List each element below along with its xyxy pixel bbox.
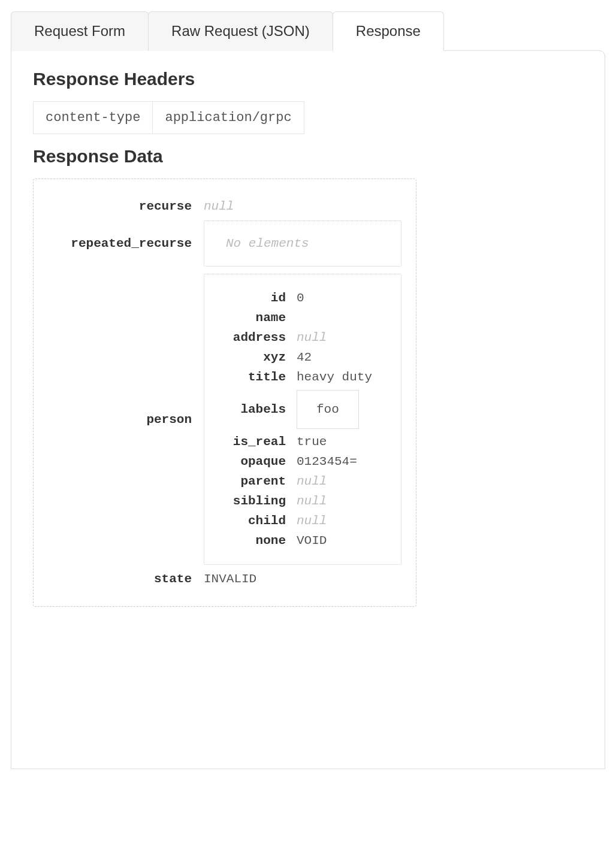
field-person: person id 0 name address null xyz 42 xyxy=(48,274,401,565)
person-field-opaque: opaque 0123454= xyxy=(214,455,391,468)
person-box: id 0 name address null xyz 42 title xyxy=(204,274,401,565)
tab-response[interactable]: Response xyxy=(333,11,444,51)
tab-raw-request[interactable]: Raw Request (JSON) xyxy=(148,11,333,51)
field-value-recurse: null xyxy=(204,199,234,213)
person-label-parent: parent xyxy=(214,474,286,488)
person-value-id: 0 xyxy=(297,291,304,305)
person-value-labels: foo xyxy=(297,390,359,429)
person-label-none: none xyxy=(214,534,286,548)
header-value: application/grpc xyxy=(153,102,304,134)
person-value-address: null xyxy=(297,331,327,344)
person-value-none: VOID xyxy=(297,534,327,548)
person-value-title: heavy duty xyxy=(297,370,372,384)
tab-bar: Request Form Raw Request (JSON) Response xyxy=(11,11,605,50)
tab-request-form[interactable]: Request Form xyxy=(11,11,149,51)
person-label-title: title xyxy=(214,370,286,384)
person-field-labels: labels foo xyxy=(214,390,391,429)
person-label-labels: labels xyxy=(214,403,286,416)
person-label-child: child xyxy=(214,514,286,528)
person-field-sibling: sibling null xyxy=(214,494,391,508)
person-label-xyz: xyz xyxy=(214,350,286,364)
person-value-parent: null xyxy=(297,474,327,488)
person-field-name: name xyxy=(214,311,391,325)
field-label-recurse: recurse xyxy=(48,199,192,213)
field-label-person: person xyxy=(48,413,192,426)
response-data-title: Response Data xyxy=(33,146,583,167)
person-value-child: null xyxy=(297,514,327,528)
field-state: state INVALID xyxy=(48,572,401,586)
person-field-xyz: xyz 42 xyxy=(214,350,391,364)
person-label-id: id xyxy=(214,291,286,305)
person-label-address: address xyxy=(214,331,286,344)
no-elements-box: No elements xyxy=(204,220,401,267)
field-recurse: recurse null xyxy=(48,199,401,213)
person-label-is-real: is_real xyxy=(214,435,286,449)
field-repeated-recurse: repeated_recurse No elements xyxy=(48,220,401,267)
person-field-is-real: is_real true xyxy=(214,435,391,449)
field-label-state: state xyxy=(48,572,192,586)
person-field-child: child null xyxy=(214,514,391,528)
person-value-opaque: 0123454= xyxy=(297,455,357,468)
person-label-name: name xyxy=(214,311,286,325)
label-chip: foo xyxy=(297,390,359,429)
person-field-none: none VOID xyxy=(214,534,391,548)
field-label-repeated-recurse: repeated_recurse xyxy=(48,237,192,250)
person-label-opaque: opaque xyxy=(214,455,286,468)
person-value-xyz: 42 xyxy=(297,350,312,364)
response-data-box: recurse null repeated_recurse No element… xyxy=(33,179,416,607)
person-value-is-real: true xyxy=(297,435,327,449)
response-headers-table: content-type application/grpc xyxy=(33,101,304,134)
person-field-parent: parent null xyxy=(214,474,391,488)
response-panel: Response Headers content-type applicatio… xyxy=(11,50,605,769)
response-headers-title: Response Headers xyxy=(33,69,583,89)
person-value-sibling: null xyxy=(297,494,327,508)
person-field-id: id 0 xyxy=(214,291,391,305)
person-field-title: title heavy duty xyxy=(214,370,391,384)
person-field-address: address null xyxy=(214,331,391,344)
person-label-sibling: sibling xyxy=(214,494,286,508)
header-key: content-type xyxy=(34,102,153,134)
field-value-state: INVALID xyxy=(204,572,256,586)
table-row: content-type application/grpc xyxy=(34,102,304,134)
